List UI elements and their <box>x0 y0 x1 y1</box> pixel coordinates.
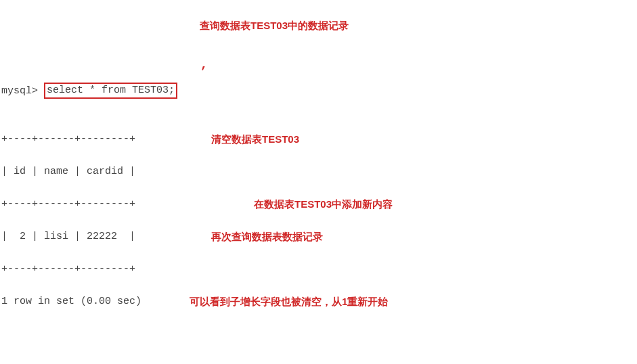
terminal-line: mysql> select * from TEST03; <box>1 83 636 99</box>
table-header: | id | name | cardid | <box>1 164 636 180</box>
annotation-3: 在数据表TEST03中添加新内容 <box>254 196 393 212</box>
annotation-4: 再次查询数据表数据记录 <box>211 229 323 245</box>
table-divider: +----+------+--------+ <box>1 131 636 147</box>
annotation-5: 可以看到子增长字段也被清空，从1重新开始 <box>190 294 388 310</box>
annotation-1: 查询数据表TEST03中的数据记录 <box>200 18 349 34</box>
sql-select-1: select * from TEST03; <box>44 83 177 99</box>
annotation-2: 清空数据表TEST03 <box>211 131 299 147</box>
prompt: mysql> <box>1 85 38 97</box>
table-divider: +----+------+--------+ <box>1 261 636 277</box>
red-dot-icon: ’ <box>200 64 207 80</box>
